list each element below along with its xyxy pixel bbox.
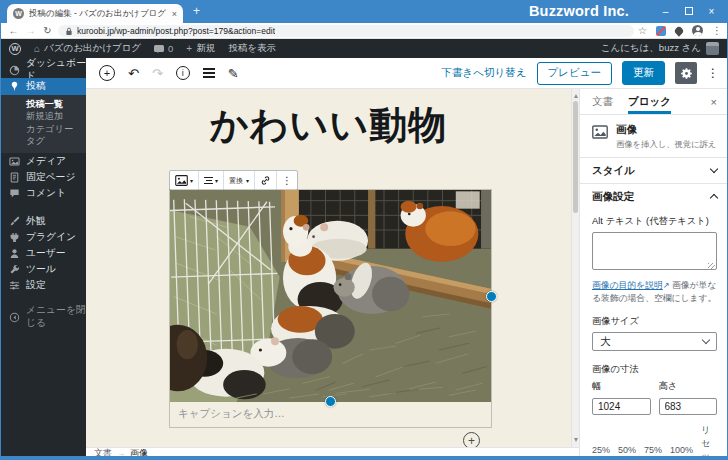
profile-avatar-icon[interactable] [692,25,703,36]
height-field-group: 高さ [659,380,718,415]
wp-logo-menu[interactable]: W [9,43,21,55]
browser-window: W 投稿の編集 - バズのお出かけブログ × + Buzzword Inc. –… [0,0,728,460]
align-button[interactable]: ▾ [199,171,224,190]
settings-gear-button[interactable] [675,62,697,84]
window-bottom-frame [1,456,727,459]
link-button[interactable] [255,171,277,190]
bookmark-star-icon[interactable]: ☆ [638,25,647,36]
forward-icon[interactable]: → [22,25,39,36]
settings-sliders-icon [9,280,20,291]
more-icon: ⋮ [282,175,292,186]
sidebar-item-settings[interactable]: 設定 [1,277,86,293]
percent-75-button[interactable]: 75% [644,445,662,455]
sidebar-item-users[interactable]: ユーザー [1,245,86,261]
canvas-scrollbar[interactable] [571,89,579,447]
submenu-add-new[interactable]: 新規追加 [1,111,86,124]
maximize-icon [685,7,693,15]
posts-pin-icon [9,81,20,92]
preview-button[interactable]: プレビュー [537,62,612,85]
tab-close-icon[interactable]: × [172,9,177,19]
alt-text-textarea[interactable] [592,232,717,270]
content-structure-icon[interactable]: i [176,66,190,80]
style-section-label: スタイル [592,164,635,178]
submenu-categories[interactable]: カテゴリー [1,123,86,136]
percent-50-button[interactable]: 50% [618,445,636,455]
change-block-type-button[interactable]: ▾ [170,171,199,190]
comments-bubble-icon [154,45,164,52]
style-section-header[interactable]: スタイル [580,157,728,183]
replace-button[interactable]: 置換 ▾ [224,171,255,190]
align-icon [204,177,213,184]
sidebar-item-posts[interactable]: 投稿 [1,78,86,95]
sidebar-label: 設定 [26,279,46,292]
sidebar-item-pages[interactable]: 固定ページ [1,169,86,185]
resize-handle-bottom[interactable] [325,396,336,407]
external-link-icon: ↗ [663,281,670,290]
nav-icons: ← → ↻ [5,23,56,38]
tab-block[interactable]: ブロック [628,89,671,114]
editor-canvas: かわいい動物 ▾ ▾ 置換 ▾ ⋮ [86,89,571,447]
sidebar-item-plugins[interactable]: プラグイン [1,229,86,245]
browser-tab[interactable]: W 投稿の編集 - バズのお出かけブログ × [7,4,183,23]
height-input[interactable] [659,398,718,415]
minimize-button[interactable]: – [654,1,677,21]
post-title-heading[interactable]: かわいい動物 [86,100,571,151]
image-settings-section-header[interactable]: 画像設定 [580,183,728,209]
sidebar-item-tools[interactable]: ツール [1,261,86,277]
close-button[interactable]: × [700,1,723,21]
undo-icon[interactable]: ↶ [128,67,139,80]
tab-document[interactable]: 文書 [592,89,613,114]
image-size-label: 画像サイズ [592,315,717,328]
view-post-menu[interactable]: 投稿を表示 [228,42,276,55]
sidebar-item-dashboard[interactable]: ダッシュボード [1,62,86,78]
sidebar-label: メディア [26,155,66,168]
width-input[interactable] [592,398,651,415]
browser-menu-icon[interactable]: ⋮ [712,25,722,36]
image-block-icon [175,175,188,186]
block-more-options-button[interactable]: ⋮ [277,171,297,190]
reset-button[interactable]: リセット [701,424,717,460]
back-icon[interactable]: ← [5,25,22,36]
admin-bar-account[interactable]: こんにちは、buzz さん [601,42,719,55]
maximize-button[interactable] [677,1,700,21]
scroll-up-arrow-icon[interactable] [574,92,578,98]
submenu-tags[interactable]: タグ [1,136,86,149]
new-label: 新規 [196,42,215,55]
panel-close-icon[interactable]: × [711,89,717,114]
resize-handle-right[interactable] [486,291,497,302]
new-content-menu[interactable]: + 新規 [186,42,215,55]
wp-sidebar-menu: ダッシュボード 投稿 投稿一覧 新規追加 カテゴリー タグ メディア 固定ページ… [1,58,86,458]
sidebar-item-appearance[interactable]: 外観 [1,213,86,229]
browser-titlebar: W 投稿の編集 - バズのお出かけブログ × + Buzzword Inc. –… [1,1,727,23]
plugins-icon [9,232,20,243]
image-size-select[interactable]: 大 [592,332,717,351]
percent-100-button[interactable]: 100% [670,445,693,455]
comments-menu[interactable]: 0 [154,43,173,54]
edit-pencil-icon[interactable]: ✎ [228,67,239,80]
submenu-all-posts[interactable]: 投稿一覧 [1,98,86,111]
more-options-icon[interactable]: ⋮ [707,66,719,80]
extension-icon[interactable] [656,26,666,36]
block-navigation-icon[interactable] [203,68,215,78]
scroll-down-arrow-icon[interactable] [574,438,578,444]
plus-icon: + [186,43,192,54]
redo-icon[interactable]: ↷ [152,67,163,80]
scrollbar-thumb[interactable] [573,101,578,213]
sidebar-item-comments[interactable]: コメント [1,185,86,201]
switch-to-draft-link[interactable]: 下書きへ切り替え [442,66,527,80]
guinea-pigs-photo[interactable] [170,190,491,402]
block-inserter-button[interactable]: + [99,65,115,81]
add-block-button[interactable]: + [463,432,480,447]
site-name-menu[interactable]: ⌂ バズのお出かけブログ [34,42,141,55]
url-bar[interactable]: kuroobi.jp/wp-admin/post.php?post=179&ac… [58,25,634,37]
describe-image-purpose-link[interactable]: 画像の目的を説明 [592,280,663,290]
refresh-icon[interactable]: ↻ [39,25,56,36]
extensions-pin-icon[interactable] [673,25,684,36]
image-block[interactable]: キャプションを入力… [169,189,492,428]
percent-25-button[interactable]: 25% [592,445,610,455]
sidebar-collapse-menu[interactable]: メニューを閉じる [1,309,86,325]
sidebar-item-media[interactable]: メディア [1,153,86,169]
update-button[interactable]: 更新 [622,61,665,85]
link-icon [260,175,271,186]
new-tab-button[interactable]: + [193,4,200,18]
